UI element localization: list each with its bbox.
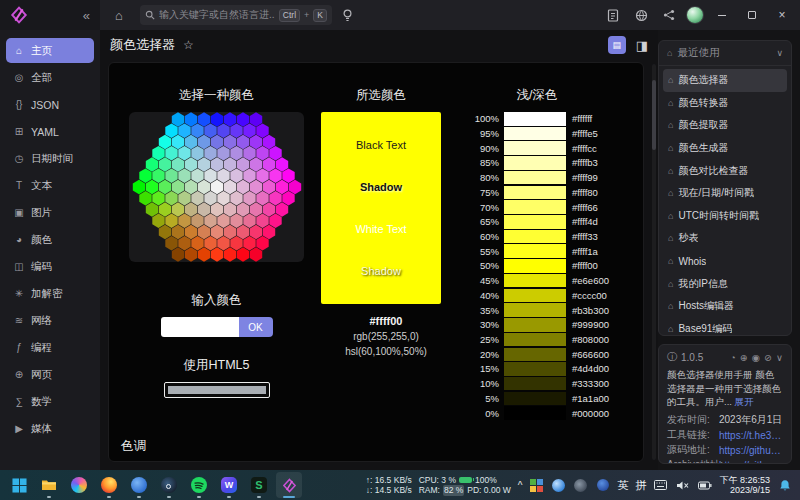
taskbar-clock[interactable]: 下午 8:26:53 2023/9/15 [719,475,770,496]
shade-swatch[interactable] [504,303,566,317]
home-icon[interactable]: ⌂ [108,4,130,26]
recent-panel-header[interactable]: ⌂ 最近使用 ∨ [659,41,791,66]
swatch-contrast-label: Shadow [360,181,402,193]
taskbar-app-firefox[interactable] [96,472,122,498]
taskbar-app-wave-app[interactable]: W [216,472,242,498]
shade-swatch[interactable] [504,186,566,200]
shade-swatch[interactable] [504,244,566,258]
sidebar-item-json[interactable]: {}JSON [6,92,94,117]
taskbar-app-app-blue[interactable] [126,472,152,498]
favorite-star-icon[interactable]: ☆ [183,38,194,52]
shade-swatch[interactable] [504,215,566,229]
sidebar-item-web[interactable]: ⊕网页 [6,362,94,387]
chevron-down-icon[interactable]: ∨ [776,352,783,363]
ime-pinyin-indicator[interactable]: 拼 [635,478,646,493]
info-value[interactable]: https://github.com... [719,445,783,456]
main-scrollbar[interactable] [652,64,656,460]
info-value[interactable]: https://github.com [719,460,783,464]
recent-item[interactable]: ⌂Hosts编辑器 [663,295,787,318]
shade-swatch[interactable] [504,274,566,288]
sidebar-item-math[interactable]: ∑数学 [6,389,94,414]
info-value[interactable]: https://t.he3app.co... [719,430,783,441]
sidebar-item-color[interactable]: ◕颜色 [6,227,94,252]
sidebar-item-media[interactable]: ▶媒体 [6,416,94,441]
changelog-icon[interactable] [602,4,624,26]
shade-swatch[interactable] [504,333,566,347]
expand-link[interactable]: 展开 [735,396,754,407]
sidebar-collapse-button[interactable]: « [83,8,90,23]
touch-keyboard-icon[interactable] [653,478,668,493]
tray-cloud-icon[interactable] [551,478,566,493]
sidebar-item-home[interactable]: ⌂主页 [6,38,94,63]
shade-swatch[interactable] [504,362,566,376]
sidebar-item-image[interactable]: ▣图片 [6,200,94,225]
html5-color-input[interactable] [164,382,270,398]
sidebar-item-encode[interactable]: ◫编码 [6,254,94,279]
status-icon[interactable]: ⊘ [764,352,772,363]
shade-swatch[interactable] [504,406,566,420]
taskbar-app-file-explorer[interactable] [36,472,62,498]
tray-grid-icon[interactable] [529,478,544,493]
shade-swatch[interactable] [504,230,566,244]
pin-tool-button[interactable]: ▤ [608,36,626,54]
shade-swatch[interactable] [504,392,566,406]
shade-swatch[interactable] [504,377,566,391]
maximize-button[interactable] [740,4,764,26]
shade-swatch[interactable] [504,318,566,332]
share-icon[interactable] [658,4,680,26]
tray-dot-icon[interactable] [595,478,610,493]
shade-swatch[interactable] [504,348,566,362]
ime-english-indicator[interactable]: 英 [617,478,628,493]
github-icon[interactable]: ◉ [752,352,760,363]
recent-item[interactable]: ⌂我的IP信息 [663,272,787,295]
minimize-button[interactable] [710,4,734,26]
taskbar-app-he3[interactable] [276,472,302,498]
shade-swatch[interactable] [504,171,566,185]
sidebar-item-all[interactable]: ◎全部 [6,65,94,90]
shade-swatch[interactable] [504,112,566,126]
notification-bell-icon[interactable] [777,478,792,493]
globe-icon[interactable]: ⊕ [740,352,748,363]
history-icon[interactable]: ◔ [730,352,736,363]
recent-item[interactable]: ⌂颜色转换器 [663,92,787,115]
taskbar-app-copilot[interactable] [66,472,92,498]
shade-swatch[interactable] [504,141,566,155]
recent-item[interactable]: ⌂Whois [663,250,787,273]
panel-toggle-icon[interactable]: ◨ [636,39,648,52]
close-button[interactable]: × [770,4,794,26]
sidebar-item-yaml[interactable]: ⊞YAML [6,119,94,144]
shade-swatch[interactable] [504,200,566,214]
taskbar-app-windows-start[interactable] [6,472,32,498]
recent-item[interactable]: ⌂颜色对比检查器 [663,159,787,182]
taskbar-app-sharex[interactable]: S [246,472,272,498]
shade-swatch[interactable] [504,156,566,170]
sidebar-item-crypto[interactable]: ✳加解密 [6,281,94,306]
shade-swatch[interactable] [504,289,566,303]
shade-swatch[interactable] [504,127,566,141]
hidden-icons-chevron[interactable]: ^ [518,480,523,491]
recent-item[interactable]: ⌂颜色选择器 [663,69,787,92]
language-icon[interactable] [630,4,652,26]
recent-item[interactable]: ⌂秒表 [663,227,787,250]
sidebar-item-network[interactable]: ≋网络 [6,308,94,333]
sidebar-item-text[interactable]: T文本 [6,173,94,198]
taskbar-app-spotify[interactable] [186,472,212,498]
sidebar-item-datetime[interactable]: ◷日期时间 [6,146,94,171]
tray-steam-icon[interactable] [573,478,588,493]
speaker-muted-icon[interactable] [675,478,690,493]
user-avatar[interactable] [686,6,704,24]
hex-color-picker[interactable] [129,112,304,262]
search-input[interactable]: 输入关键字或自然语言进... Ctrl + K [140,5,332,25]
shade-swatch[interactable] [504,259,566,273]
recent-item[interactable]: ⌂颜色生成器 [663,137,787,160]
color-text-input[interactable] [161,317,239,337]
recent-item[interactable]: ⌂现在/日期/时间戳 [663,182,787,205]
sidebar-item-programming[interactable]: ƒ编程 [6,335,94,360]
recent-item[interactable]: ⌂Base91编码 [663,318,787,337]
recent-item[interactable]: ⌂UTC时间转时间戳 [663,205,787,228]
ok-button[interactable]: OK [239,317,273,337]
power-icon[interactable] [697,478,712,493]
lightbulb-icon[interactable] [336,4,358,26]
taskbar-app-steam[interactable] [156,472,182,498]
recent-item[interactable]: ⌂颜色提取器 [663,114,787,137]
